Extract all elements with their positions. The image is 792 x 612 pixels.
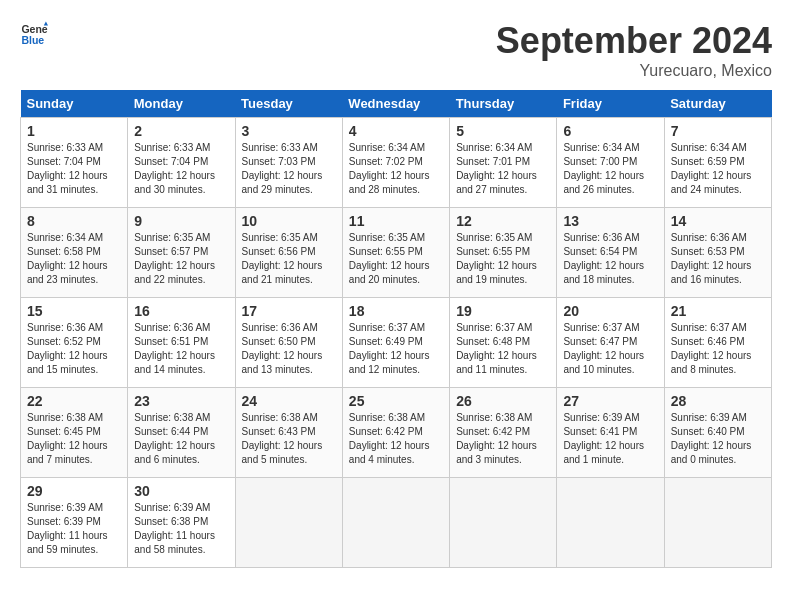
day-info: Sunrise: 6:34 AMSunset: 7:02 PMDaylight:… <box>349 141 443 197</box>
day-number: 12 <box>456 213 550 229</box>
table-row <box>557 478 664 568</box>
day-info: Sunrise: 6:36 AMSunset: 6:52 PMDaylight:… <box>27 321 121 377</box>
table-row: 5Sunrise: 6:34 AMSunset: 7:01 PMDaylight… <box>450 118 557 208</box>
day-number: 23 <box>134 393 228 409</box>
col-sunday: Sunday <box>21 90 128 118</box>
calendar-row: 22Sunrise: 6:38 AMSunset: 6:45 PMDayligh… <box>21 388 772 478</box>
day-info: Sunrise: 6:37 AMSunset: 6:47 PMDaylight:… <box>563 321 657 377</box>
svg-text:Blue: Blue <box>21 34 44 46</box>
table-row: 7Sunrise: 6:34 AMSunset: 6:59 PMDaylight… <box>664 118 771 208</box>
calendar-row: 1Sunrise: 6:33 AMSunset: 7:04 PMDaylight… <box>21 118 772 208</box>
logo-icon: General Blue <box>20 20 48 48</box>
day-info: Sunrise: 6:33 AMSunset: 7:04 PMDaylight:… <box>27 141 121 197</box>
day-info: Sunrise: 6:36 AMSunset: 6:51 PMDaylight:… <box>134 321 228 377</box>
day-info: Sunrise: 6:38 AMSunset: 6:45 PMDaylight:… <box>27 411 121 467</box>
day-number: 30 <box>134 483 228 499</box>
col-saturday: Saturday <box>664 90 771 118</box>
table-row: 15Sunrise: 6:36 AMSunset: 6:52 PMDayligh… <box>21 298 128 388</box>
header: General Blue September 2024 Yurecuaro, M… <box>20 20 772 80</box>
day-number: 11 <box>349 213 443 229</box>
day-number: 10 <box>242 213 336 229</box>
day-info: Sunrise: 6:37 AMSunset: 6:49 PMDaylight:… <box>349 321 443 377</box>
table-row: 19Sunrise: 6:37 AMSunset: 6:48 PMDayligh… <box>450 298 557 388</box>
table-row: 22Sunrise: 6:38 AMSunset: 6:45 PMDayligh… <box>21 388 128 478</box>
calendar-row: 8Sunrise: 6:34 AMSunset: 6:58 PMDaylight… <box>21 208 772 298</box>
day-number: 6 <box>563 123 657 139</box>
col-monday: Monday <box>128 90 235 118</box>
title-area: September 2024 Yurecuaro, Mexico <box>496 20 772 80</box>
day-info: Sunrise: 6:36 AMSunset: 6:50 PMDaylight:… <box>242 321 336 377</box>
day-info: Sunrise: 6:35 AMSunset: 6:55 PMDaylight:… <box>349 231 443 287</box>
day-number: 21 <box>671 303 765 319</box>
table-row: 8Sunrise: 6:34 AMSunset: 6:58 PMDaylight… <box>21 208 128 298</box>
day-info: Sunrise: 6:37 AMSunset: 6:46 PMDaylight:… <box>671 321 765 377</box>
table-row <box>664 478 771 568</box>
table-row: 3Sunrise: 6:33 AMSunset: 7:03 PMDaylight… <box>235 118 342 208</box>
table-row <box>342 478 449 568</box>
day-info: Sunrise: 6:36 AMSunset: 6:53 PMDaylight:… <box>671 231 765 287</box>
logo: General Blue <box>20 20 48 48</box>
table-row: 27Sunrise: 6:39 AMSunset: 6:41 PMDayligh… <box>557 388 664 478</box>
day-number: 8 <box>27 213 121 229</box>
day-number: 20 <box>563 303 657 319</box>
day-info: Sunrise: 6:35 AMSunset: 6:57 PMDaylight:… <box>134 231 228 287</box>
day-number: 27 <box>563 393 657 409</box>
day-info: Sunrise: 6:33 AMSunset: 7:03 PMDaylight:… <box>242 141 336 197</box>
table-row: 20Sunrise: 6:37 AMSunset: 6:47 PMDayligh… <box>557 298 664 388</box>
col-wednesday: Wednesday <box>342 90 449 118</box>
day-info: Sunrise: 6:33 AMSunset: 7:04 PMDaylight:… <box>134 141 228 197</box>
col-friday: Friday <box>557 90 664 118</box>
day-number: 29 <box>27 483 121 499</box>
svg-text:General: General <box>21 23 48 35</box>
day-number: 17 <box>242 303 336 319</box>
table-row: 9Sunrise: 6:35 AMSunset: 6:57 PMDaylight… <box>128 208 235 298</box>
month-title: September 2024 <box>496 20 772 62</box>
location-title: Yurecuaro, Mexico <box>496 62 772 80</box>
table-row: 26Sunrise: 6:38 AMSunset: 6:42 PMDayligh… <box>450 388 557 478</box>
day-info: Sunrise: 6:39 AMSunset: 6:41 PMDaylight:… <box>563 411 657 467</box>
day-info: Sunrise: 6:38 AMSunset: 6:42 PMDaylight:… <box>456 411 550 467</box>
day-number: 2 <box>134 123 228 139</box>
day-number: 13 <box>563 213 657 229</box>
table-row: 29Sunrise: 6:39 AMSunset: 6:39 PMDayligh… <box>21 478 128 568</box>
day-info: Sunrise: 6:34 AMSunset: 6:58 PMDaylight:… <box>27 231 121 287</box>
table-row: 28Sunrise: 6:39 AMSunset: 6:40 PMDayligh… <box>664 388 771 478</box>
day-number: 28 <box>671 393 765 409</box>
day-info: Sunrise: 6:39 AMSunset: 6:38 PMDaylight:… <box>134 501 228 557</box>
calendar-table: Sunday Monday Tuesday Wednesday Thursday… <box>20 90 772 568</box>
day-number: 3 <box>242 123 336 139</box>
table-row: 12Sunrise: 6:35 AMSunset: 6:55 PMDayligh… <box>450 208 557 298</box>
day-header-row: Sunday Monday Tuesday Wednesday Thursday… <box>21 90 772 118</box>
day-info: Sunrise: 6:34 AMSunset: 7:00 PMDaylight:… <box>563 141 657 197</box>
day-number: 25 <box>349 393 443 409</box>
day-number: 22 <box>27 393 121 409</box>
day-number: 15 <box>27 303 121 319</box>
day-info: Sunrise: 6:37 AMSunset: 6:48 PMDaylight:… <box>456 321 550 377</box>
day-info: Sunrise: 6:34 AMSunset: 6:59 PMDaylight:… <box>671 141 765 197</box>
table-row: 13Sunrise: 6:36 AMSunset: 6:54 PMDayligh… <box>557 208 664 298</box>
table-row: 2Sunrise: 6:33 AMSunset: 7:04 PMDaylight… <box>128 118 235 208</box>
day-info: Sunrise: 6:35 AMSunset: 6:55 PMDaylight:… <box>456 231 550 287</box>
day-number: 18 <box>349 303 443 319</box>
day-number: 24 <box>242 393 336 409</box>
table-row: 18Sunrise: 6:37 AMSunset: 6:49 PMDayligh… <box>342 298 449 388</box>
day-info: Sunrise: 6:35 AMSunset: 6:56 PMDaylight:… <box>242 231 336 287</box>
table-row: 6Sunrise: 6:34 AMSunset: 7:00 PMDaylight… <box>557 118 664 208</box>
day-info: Sunrise: 6:34 AMSunset: 7:01 PMDaylight:… <box>456 141 550 197</box>
day-number: 1 <box>27 123 121 139</box>
day-info: Sunrise: 6:39 AMSunset: 6:39 PMDaylight:… <box>27 501 121 557</box>
day-number: 7 <box>671 123 765 139</box>
table-row: 16Sunrise: 6:36 AMSunset: 6:51 PMDayligh… <box>128 298 235 388</box>
day-info: Sunrise: 6:38 AMSunset: 6:43 PMDaylight:… <box>242 411 336 467</box>
day-number: 19 <box>456 303 550 319</box>
table-row <box>450 478 557 568</box>
table-row: 21Sunrise: 6:37 AMSunset: 6:46 PMDayligh… <box>664 298 771 388</box>
day-number: 26 <box>456 393 550 409</box>
day-info: Sunrise: 6:38 AMSunset: 6:44 PMDaylight:… <box>134 411 228 467</box>
table-row: 25Sunrise: 6:38 AMSunset: 6:42 PMDayligh… <box>342 388 449 478</box>
day-number: 9 <box>134 213 228 229</box>
day-info: Sunrise: 6:38 AMSunset: 6:42 PMDaylight:… <box>349 411 443 467</box>
table-row: 24Sunrise: 6:38 AMSunset: 6:43 PMDayligh… <box>235 388 342 478</box>
table-row: 1Sunrise: 6:33 AMSunset: 7:04 PMDaylight… <box>21 118 128 208</box>
day-number: 4 <box>349 123 443 139</box>
